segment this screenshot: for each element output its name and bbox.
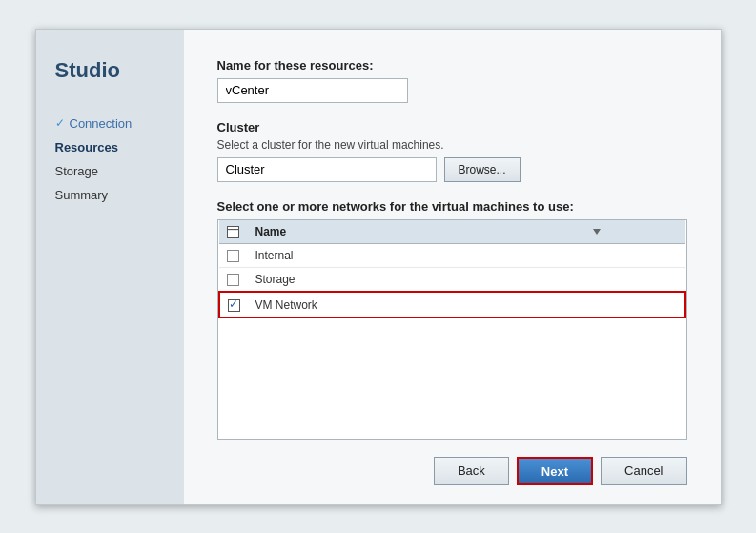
app-title: Studio: [36, 49, 184, 112]
table-header-row: Name: [219, 220, 685, 244]
sort-icon: [593, 229, 601, 235]
cluster-desc: Select a cluster for the new virtual mac…: [217, 138, 687, 152]
studio-dialog: Studio ✓ Connection Resources Storage Su…: [35, 29, 722, 505]
row-extra-cell: [585, 292, 685, 317]
network-table: Name Internal: [218, 220, 686, 318]
sidebar-item-label: Summary: [55, 188, 109, 202]
checkbox-header[interactable]: [219, 220, 248, 244]
footer: Back Next Cancel: [217, 449, 687, 485]
name-label: Name for these resources:: [217, 58, 687, 72]
table-row[interactable]: Internal: [219, 243, 685, 267]
row-name-cell: Storage: [248, 268, 585, 293]
cluster-input[interactable]: [217, 157, 437, 182]
header-checkbox[interactable]: [227, 226, 239, 238]
row-name-cell: Internal: [248, 243, 585, 267]
sidebar-item-resources[interactable]: Resources: [36, 135, 184, 159]
main-panel: Name for these resources: Cluster Select…: [184, 30, 721, 504]
row-checkbox[interactable]: [227, 274, 239, 286]
table-row-selected[interactable]: VM Network: [219, 292, 685, 317]
cancel-button[interactable]: Cancel: [601, 457, 686, 485]
back-button[interactable]: Back: [434, 457, 509, 485]
sidebar-item-storage[interactable]: Storage: [36, 159, 184, 183]
row-checkbox-checked[interactable]: [228, 299, 240, 312]
row-checkbox-cell[interactable]: [219, 268, 248, 293]
sidebar: Studio ✓ Connection Resources Storage Su…: [36, 30, 184, 504]
row-extra-cell: [585, 268, 685, 293]
sidebar-item-label: Resources: [55, 140, 118, 154]
sidebar-item-summary[interactable]: Summary: [36, 183, 184, 207]
name-header: Name: [248, 220, 585, 244]
browse-button[interactable]: Browse...: [444, 157, 521, 182]
cluster-row: Browse...: [217, 157, 687, 182]
row-checkbox[interactable]: [227, 250, 239, 262]
row-checkbox-cell[interactable]: [219, 243, 248, 267]
name-input[interactable]: [217, 78, 408, 103]
table-row[interactable]: Storage: [219, 268, 685, 293]
row-checkbox-cell[interactable]: [219, 292, 248, 317]
sidebar-item-label: Connection: [70, 116, 133, 131]
network-label: Select one or more networks for the virt…: [217, 199, 687, 214]
check-icon: ✓: [55, 116, 65, 130]
network-table-wrapper: Name Internal: [217, 219, 687, 440]
cluster-label: Cluster: [217, 120, 687, 134]
sidebar-item-connection[interactable]: ✓ Connection: [36, 112, 184, 135]
sidebar-item-label: Storage: [55, 164, 99, 178]
next-button[interactable]: Next: [517, 457, 593, 485]
row-name-cell: VM Network: [248, 292, 585, 317]
sort-header[interactable]: [585, 220, 685, 244]
row-extra-cell: [585, 243, 685, 267]
